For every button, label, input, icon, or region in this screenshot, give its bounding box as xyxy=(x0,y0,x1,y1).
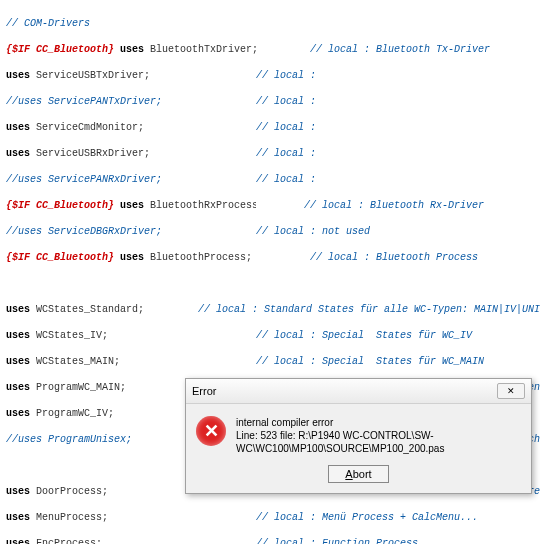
dialog-titlebar[interactable]: Error ✕ xyxy=(186,379,531,404)
comment: // local : xyxy=(256,69,316,82)
unit: ProgramWC_IV; xyxy=(30,408,114,419)
comment: // local : xyxy=(256,147,316,160)
comment: // local : xyxy=(256,121,316,134)
directive: {$IF CC_Bluetooth} xyxy=(6,44,114,55)
keyword-uses: uses xyxy=(6,408,30,419)
unit: MenuProcess; xyxy=(30,512,108,523)
comment: // local : Bluetooth Process xyxy=(256,251,478,264)
keyword-uses: uses xyxy=(6,70,30,81)
comment: // local : Bluetooth Rx-Driver xyxy=(256,199,484,212)
unit: ServiceUSBTxDriver; xyxy=(30,70,150,81)
comment: //uses ServicePANRxDriver; xyxy=(6,173,256,186)
dialog-title-text: Error xyxy=(192,385,216,398)
keyword-uses: uses xyxy=(6,148,30,159)
keyword-uses: uses xyxy=(6,382,30,393)
close-button[interactable]: ✕ xyxy=(497,383,525,399)
keyword-uses: uses xyxy=(6,330,30,341)
keyword-uses: uses xyxy=(6,512,30,523)
unit: BluetoothRxProcess; xyxy=(144,200,256,211)
error-icon: ✕ xyxy=(196,416,226,446)
comment: //uses ServicePANTxDriver; xyxy=(6,95,256,108)
keyword-uses: uses xyxy=(6,122,30,133)
unit: WCStates_MAIN; xyxy=(30,356,120,367)
comment: // local : Special States für WC_MAIN xyxy=(256,355,484,368)
abort-button[interactable]: Abort xyxy=(328,465,388,483)
unit: BluetoothTxDriver; xyxy=(144,44,256,55)
comment: // local : Function Process xyxy=(256,537,418,544)
unit: WCStates_Standard; xyxy=(30,304,144,315)
comment: // local : Standard States für alle WC-T… xyxy=(198,303,540,316)
close-icon: ✕ xyxy=(507,385,515,398)
keyword-uses: uses xyxy=(120,200,144,211)
keyword-uses: uses xyxy=(6,538,30,544)
error-message-line2: Line: 523 file: R:\P1940 WC-CONTROL\SW-W… xyxy=(236,429,521,455)
comment: // local : xyxy=(256,173,316,186)
unit: DoorProcess; xyxy=(30,486,108,497)
dialog-message: internal compiler error Line: 523 file: … xyxy=(236,416,521,455)
unit: FncProcess; xyxy=(30,538,102,544)
error-message-line1: internal compiler error xyxy=(236,416,521,429)
unit: ServiceUSBRxDriver; xyxy=(30,148,150,159)
comment: // COM-Drivers xyxy=(6,17,90,30)
directive: {$IF CC_Bluetooth} xyxy=(6,252,114,263)
abort-label: bort xyxy=(353,468,372,480)
comment: //uses ServiceDBGRxDriver; xyxy=(6,225,256,238)
comment: // local : not used xyxy=(256,225,370,238)
unit: BluetoothProcess; xyxy=(144,252,256,263)
unit: ProgramWC_MAIN; xyxy=(30,382,126,393)
comment: // local : Special States für WC_IV xyxy=(256,329,472,342)
keyword-uses: uses xyxy=(120,44,144,55)
comment: // local : Bluetooth Tx-Driver xyxy=(256,43,490,56)
error-dialog: Error ✕ ✕ internal compiler error Line: … xyxy=(185,378,532,494)
unit: ServiceCmdMonitor; xyxy=(30,122,144,133)
comment: // local : xyxy=(256,95,316,108)
keyword-uses: uses xyxy=(6,304,30,315)
unit: WCStates_IV; xyxy=(30,330,108,341)
keyword-uses: uses xyxy=(120,252,144,263)
keyword-uses: uses xyxy=(6,356,30,367)
keyword-uses: uses xyxy=(6,486,30,497)
directive: {$IF CC_Bluetooth} xyxy=(6,200,114,211)
comment: // local : Menü Process + CalcMenu... xyxy=(256,511,478,524)
